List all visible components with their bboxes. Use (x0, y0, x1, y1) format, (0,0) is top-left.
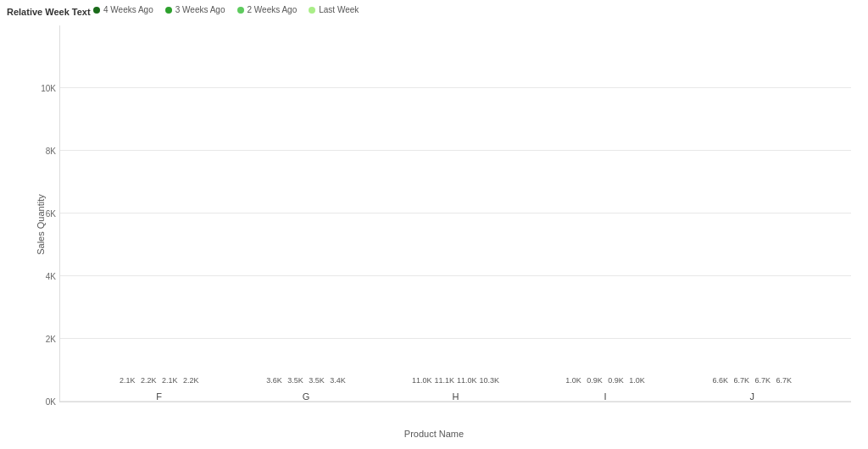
bar-value-label: 6.7K (734, 376, 750, 385)
legend: 4 Weeks Ago3 Weeks Ago2 Weeks AgoLast We… (93, 5, 359, 14)
bar-wrapper: 11.1K (434, 376, 454, 386)
y-tick-label: 4K (46, 272, 56, 281)
legend-label: Last Week (319, 5, 359, 14)
bar-value-label: 6.7K (755, 376, 771, 385)
bar-value-label: 0.9K (587, 376, 603, 385)
bars-row: 2.1K2.2K2.1K2.2K (118, 376, 200, 386)
legend-item: 2 Weeks Ago (237, 5, 298, 14)
bar-group: 1.0K0.9K0.9K1.0KI (564, 376, 646, 402)
bar-wrapper: 2.1K (118, 376, 136, 386)
legend-item: Last Week (309, 5, 359, 14)
bars-row: 6.6K6.7K6.7K6.7K (711, 376, 793, 386)
legend-item: 4 Weeks Ago (93, 5, 153, 14)
legend-dot (165, 7, 172, 14)
legend-dot (309, 7, 315, 14)
bar-value-label: 2.2K (141, 376, 157, 385)
bar-wrapper: 2.1K (160, 376, 179, 386)
bars-row: 11.0K11.1K11.0K10.3K (412, 376, 499, 386)
bar-wrapper: 3.6K (265, 376, 284, 386)
bar-wrapper: 3.5K (308, 376, 326, 386)
bar-value-label: 11.0K (457, 376, 477, 385)
chart-container: Relative Week Text 4 Weeks Ago3 Weeks Ag… (0, 0, 868, 449)
legend-dot (93, 7, 100, 14)
group-label: J (750, 391, 755, 402)
bar-wrapper: 3.5K (287, 376, 305, 386)
bar-wrapper: 6.7K (754, 376, 772, 386)
bar-wrapper: 3.4K (329, 376, 348, 386)
y-tick-label: 10K (41, 84, 56, 93)
bar-wrapper: 6.7K (775, 376, 793, 386)
bar-wrapper: 2.2K (139, 376, 158, 386)
bar-value-label: 6.6K (713, 376, 729, 385)
y-tick-label: 8K (46, 147, 56, 156)
bar-value-label: 3.4K (330, 376, 346, 385)
bar-value-label: 11.1K (434, 376, 454, 385)
bar-value-label: 2.1K (120, 376, 136, 385)
legend-label: 2 Weeks Ago (248, 5, 298, 14)
bar-value-label: 3.5K (287, 376, 303, 385)
group-label: H (453, 391, 459, 402)
bars-row: 3.6K3.5K3.5K3.4K (265, 376, 348, 386)
y-axis-label: Sales Quantity (36, 194, 46, 255)
bar-value-label: 1.0K (565, 376, 581, 385)
bar-value-label: 2.2K (183, 376, 199, 385)
bar-value-label: 11.0K (412, 376, 432, 385)
bar-value-label: 0.9K (608, 376, 624, 385)
bar-group: 3.6K3.5K3.5K3.4KG (265, 376, 348, 402)
bar-value-label: 3.6K (266, 376, 282, 385)
legend-dot (237, 7, 244, 14)
bar-wrapper: 0.9K (606, 376, 625, 386)
bar-wrapper: 0.9K (585, 376, 604, 386)
legend-label: 4 Weeks Ago (103, 5, 153, 14)
group-label: G (303, 391, 310, 402)
legend-item: 3 Weeks Ago (165, 5, 225, 14)
bar-group: 2.1K2.2K2.1K2.2KF (118, 376, 200, 402)
chart-area: 0K2K4K6K8K10K 2.1K2.2K2.1K2.2KF3.6K3.5K3… (59, 25, 851, 402)
bar-wrapper: 2.2K (181, 376, 200, 386)
group-label: I (604, 391, 606, 402)
bar-group: 11.0K11.1K11.0K10.3KH (412, 376, 499, 402)
bar-wrapper: 11.0K (412, 376, 432, 386)
bar-wrapper: 6.6K (711, 376, 730, 386)
bar-group: 6.6K6.7K6.7K6.7KJ (711, 376, 793, 402)
y-tick-label: 0K (46, 397, 56, 407)
bar-wrapper: 11.0K (457, 376, 477, 386)
bars-row: 1.0K0.9K0.9K1.0K (564, 376, 646, 386)
group-label: F (156, 391, 162, 402)
x-axis-label: Product Name (404, 429, 464, 439)
bar-wrapper: 10.3K (480, 376, 500, 386)
legend-label: 3 Weeks Ago (175, 5, 225, 14)
bar-value-label: 3.5K (309, 376, 325, 385)
y-tick-label: 6K (46, 209, 56, 219)
bar-value-label: 10.3K (480, 376, 500, 385)
bar-value-label: 2.1K (162, 376, 178, 385)
chart-title: Relative Week Text (7, 7, 91, 17)
bar-value-label: 6.7K (776, 376, 793, 385)
bar-wrapper: 6.7K (732, 376, 751, 386)
bars-area: 2.1K2.2K2.1K2.2KF3.6K3.5K3.5K3.4KG11.0K1… (60, 25, 851, 402)
bar-value-label: 1.0K (629, 376, 645, 385)
y-tick-label: 2K (46, 335, 56, 344)
bar-wrapper: 1.0K (564, 376, 582, 386)
bar-wrapper: 1.0K (627, 376, 646, 386)
